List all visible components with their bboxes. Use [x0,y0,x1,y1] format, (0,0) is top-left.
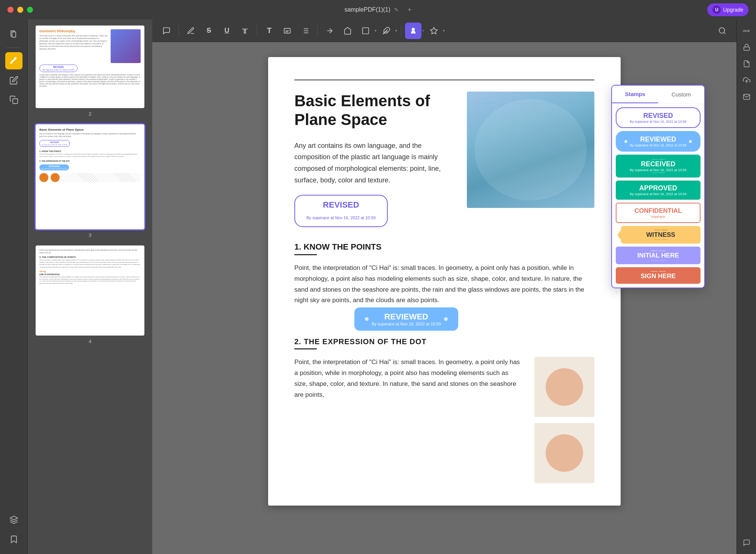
edit-title-icon[interactable]: ✎ [394,7,399,13]
toolbar-divider-3 [317,25,318,36]
thumbnail-group-4: Points have elemental and recursive feat… [32,245,148,344]
sidebar-item-highlight[interactable] [5,52,22,69]
svg-line-24 [724,32,725,34]
thumbnail-page-3[interactable]: Basic Elements of Plane Space Any art co… [36,124,144,229]
pdf-protect-icon[interactable] [740,41,753,54]
section1-heading: 1. KNOW THE POINTS [294,242,594,252]
pdf-export-icon[interactable] [740,57,753,71]
strikethrough-tool-button[interactable]: S [201,23,217,39]
sidebar-divider-1 [6,47,21,48]
section2-underline [294,348,317,349]
stamp-dropdown-arrow[interactable]: ▾ [422,29,424,33]
reviewed-stamp-dot-left [365,317,369,321]
stamp-revised-item[interactable]: REVISED By superace at Nov 16, 2022 at 1… [616,107,700,128]
stamp-witness-item[interactable]: WITNESS [621,226,700,244]
draw-dropdown-arrow[interactable]: ▾ [395,29,397,33]
maximize-button[interactable] [27,7,33,13]
toolbar-divider-1 [178,25,179,36]
pen-tool-button[interactable] [183,23,199,39]
text-format-tool-button[interactable] [237,23,253,39]
toolbar-divider-4 [401,25,401,36]
document-title: Basic Elements ofPlane Space [294,92,456,129]
rectangle-dropdown-arrow[interactable]: ▾ [375,29,376,33]
svg-point-23 [719,27,725,33]
svg-rect-25 [744,47,749,50]
right-strip: OCR [736,20,756,554]
upgrade-button[interactable]: U Upgrade [707,3,748,16]
stamp-initial-here-item[interactable]: INITIAL HERE [616,247,700,264]
section1-body: Point, the interpretation of "Ci Hai" is… [294,263,594,306]
upgrade-label: Upgrade [723,7,743,13]
shape-tool-button[interactable] [339,23,356,39]
reviewed-dot-right [689,140,692,143]
svg-point-22 [412,28,414,30]
thumb-label-3: 3 [88,232,91,238]
stamp-confidential-item[interactable]: CONFIDENTIAL superace [616,203,700,223]
stamp-revised-sub: By superace at Nov 16, 2022 at 10:59 [622,120,694,123]
textbox-tool-button[interactable] [279,23,296,39]
thumbnail-page-4[interactable]: Points have elemental and recursive feat… [36,245,144,336]
revised-stamp-on-page[interactable]: REVISED By superace at Nov 16, 2022 at 1… [294,195,388,227]
text-tool-button[interactable]: T [261,23,278,39]
minimize-button[interactable] [17,7,23,13]
sidebar-item-pages[interactable] [5,26,22,43]
stamp-list: REVISED By superace at Nov 16, 2022 at 1… [612,104,704,288]
list-tool-button[interactable] [297,23,314,39]
color-dropdown-arrow[interactable]: ▾ [443,29,445,33]
thumbnail-group-3: Basic Elements of Plane Space Any art co… [32,124,148,238]
document-title: samplePDF(1)(1) [344,6,390,13]
custom-tab[interactable]: Custom [658,86,704,103]
stamp-confidential-main: CONFIDENTIAL [622,207,694,215]
thumbnail-panel: Geometric Philosophy The study of art is… [28,20,152,554]
stamp-reviewed-content: REVIEWED By superace at Nov 16, 2022 at … [630,135,686,147]
revised-stamp-main: REVISED [323,200,359,209]
stamp-received-main: RECEIVED [622,160,694,168]
left-sidebar [0,20,28,554]
stamp-approved-item[interactable]: APPROVED By superace at Nov 16, 2022 at … [616,181,700,200]
stamp-witness-main: WITNESS [626,231,695,239]
section2-body: Point, the interpretation of "Ci Hai" is… [294,357,523,400]
stamp-panel-tabs: Stamps Custom [612,86,704,104]
section2-heading: 2. THE EXPRESSION OF THE DOT [294,337,594,346]
stamp-sign-main: SIGN HERE [621,272,695,280]
document-intro: Any art contains its own language, and t… [294,140,456,186]
svg-rect-19 [363,27,369,34]
stamp-approved-main: APPROVED [621,184,695,192]
stamp-initial-main: INITIAL HERE [621,252,695,259]
stamp-reviewed-sub: By superace at Nov 16, 2022 at 10:59 [630,143,686,147]
doc-rule-top [294,80,594,80]
stamp-approved-sub: By superace at Nov 16, 2022 at 10:59 [621,192,695,196]
stamp-sign-here-item[interactable]: SIGN HERE [616,267,700,284]
color-tool-button[interactable] [426,23,442,39]
comment-tool-button[interactable] [158,23,175,39]
underline-tool-button[interactable]: U [219,23,235,39]
line-tool-button[interactable] [321,23,338,39]
draw-tool-button[interactable] [378,23,394,39]
reviewed-stamp-on-page[interactable]: REVIEWED By superace at Nov 16, 2022 at … [354,307,458,331]
svg-rect-3 [13,99,18,104]
sidebar-item-bookmark[interactable] [5,531,22,548]
ocr-icon[interactable]: OCR [740,24,753,38]
add-tab-button[interactable]: + [408,6,412,14]
section1-underline [294,254,317,255]
revised-stamp-sub: By superace at Nov 16, 2022 at 10:59 [306,215,376,220]
close-button[interactable] [8,7,14,13]
sidebar-item-edit[interactable] [5,72,22,89]
sidebar-item-copy[interactable] [5,91,22,108]
thumbnail-page-2[interactable]: Geometric Philosophy The study of art is… [36,26,144,108]
reviewed-dot-left [624,140,627,143]
comments-panel-icon[interactable] [740,536,753,549]
stamps-tab[interactable]: Stamps [612,86,658,103]
traffic-lights [8,7,33,13]
sidebar-item-layers[interactable] [5,511,22,528]
stamp-tool-button[interactable] [405,23,422,39]
mail-icon[interactable] [740,90,753,104]
stamp-received-item[interactable]: RECEIVED By superace at Nov 16, 2022 at … [616,155,700,178]
stamp-confidential-sub: superace [622,215,694,218]
upload-icon[interactable] [740,74,753,87]
rectangle-tool-button[interactable] [357,23,374,39]
upgrade-avatar: U [712,6,721,14]
stamp-reviewed-item[interactable]: REVIEWED By superace at Nov 16, 2022 at … [616,131,700,152]
stamp-reviewed-main: REVIEWED [630,135,686,143]
search-tool-button[interactable] [714,23,730,39]
